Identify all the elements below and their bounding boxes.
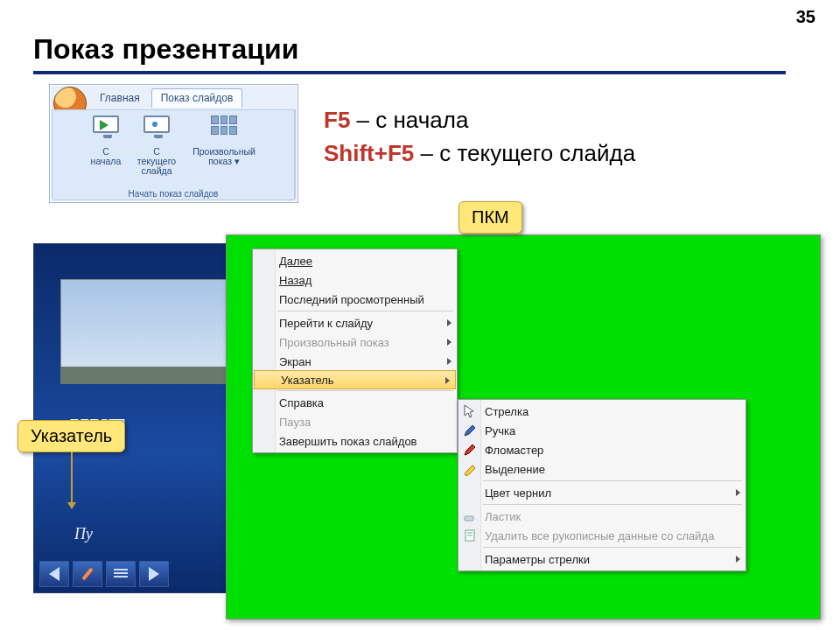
toolbar-prev-button[interactable] [39,561,69,587]
pen-icon [81,568,93,581]
ribbon-btn-from-current[interactable]: С текущегослайда [130,110,183,176]
menu-item-pause[interactable]: Пауза [253,412,457,431]
feltpen-icon [463,443,477,457]
marker-icon [463,462,477,476]
svg-rect-0 [465,516,473,521]
ribbon-group-label: Начать показ слайдов [52,189,294,199]
submenu-item-eraser[interactable]: Ластик [458,507,746,526]
document-icon [463,528,477,542]
page-title: Показ презентации [33,33,786,74]
slideshow-toolbar [39,561,169,587]
menu-item-back[interactable]: Назад [253,270,457,290]
arrow-right-icon [149,567,159,581]
ribbon-btn-from-start[interactable]: Сначала [84,110,128,166]
pencil-icon [463,424,477,438]
menu-item-last-viewed[interactable]: Последний просмотренный [253,290,457,309]
submenu-item-arrow-options[interactable]: Параметры стрелки [458,550,746,569]
ribbon-tab-slideshow[interactable]: Показ слайдов [151,88,243,108]
menu-item-screen[interactable]: Экран [253,352,457,371]
toolbar-next-button[interactable] [139,561,169,587]
menu-icon [114,569,128,579]
callout-pkm: ПКМ [458,201,522,234]
ribbon: Главная Показ слайдов Сначала С текущего… [49,84,298,203]
toolbar-pen-button[interactable] [73,561,102,587]
menu-item-next[interactable]: Далее [253,251,457,270]
submenu-item-erase-all[interactable]: Удалить все рукописные данные со слайда [458,526,746,545]
menu-item-end-show[interactable]: Завершить показ слайдов [253,431,457,451]
chevron-right-icon [445,377,450,384]
shortcut-text: F5 – с начала Shift+F5 – с текущего слай… [324,103,635,170]
cursor-icon [463,404,477,418]
slideshow-preview [33,243,252,593]
menu-item-goto-slide[interactable]: Перейти к слайду [253,313,457,332]
menu-item-help[interactable]: Справка [253,393,457,412]
page-number: 35 [796,7,816,27]
arrow-left-icon [49,567,60,581]
callout-pointer: Указатель [18,420,125,452]
context-menu-pointer: Стрелка Ручка Фломастер Выделение Цвет ч… [458,399,746,571]
menu-item-custom-show[interactable]: Произвольный показ [253,332,457,352]
submenu-item-highlight[interactable]: Выделение [458,459,746,479]
eraser-icon [463,509,477,523]
submenu-item-feltpen[interactable]: Фломастер [458,440,746,459]
context-menu-main: Далее Назад Последний просмотренный Пере… [252,248,458,453]
submenu-item-ink-color[interactable]: Цвет чернил [458,483,746,502]
slide-subtitle-fragment: Пу [74,525,93,543]
menu-item-pointer[interactable]: Указатель [254,370,456,389]
ribbon-btn-custom-show[interactable]: Произвольныйпоказ ▾ [186,110,262,166]
chevron-right-icon [447,358,452,365]
chevron-right-icon [447,319,452,326]
submenu-item-pen[interactable]: Ручка [458,421,746,440]
chevron-right-icon [447,339,452,346]
chevron-right-icon [736,489,740,496]
submenu-item-arrow[interactable]: Стрелка [458,402,746,421]
chevron-right-icon [736,556,740,563]
ribbon-tab-home[interactable]: Главная [90,88,150,108]
toolbar-menu-button[interactable] [106,561,136,587]
